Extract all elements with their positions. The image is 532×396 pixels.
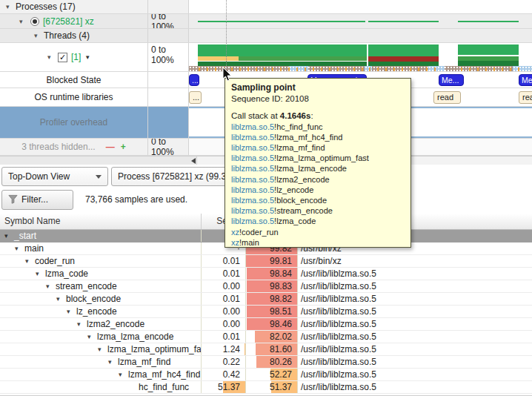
symbol-cell[interactable]: ▾lzma_lzma_encode	[0, 331, 202, 343]
tree-expand-arrow-icon[interactable]: ▾	[15, 245, 24, 252]
process-activity-line	[198, 21, 365, 22]
self-cost-cell: 0.01	[202, 255, 246, 267]
add-thread-button[interactable]: +	[121, 142, 126, 152]
table-row[interactable]: ▾lzma_code0.0198.84/usr/lib/liblzma.so.5	[0, 268, 532, 280]
thread-timeline-cell[interactable]	[189, 43, 532, 71]
tree-expand-arrow-icon[interactable]: ▾	[36, 270, 45, 277]
blocked-state-badge[interactable]: Me...	[439, 74, 464, 86]
os-runtime-badge[interactable]: read	[433, 91, 461, 104]
offcpu-blue-patch	[365, 66, 372, 71]
collapse-arrow-icon[interactable]: ▾	[19, 18, 29, 25]
table-row[interactable]: ▾lzma_lzma_optimum_fast1.2481.60/usr/lib…	[0, 343, 532, 356]
symbol-cell[interactable]: ▾lzma_code	[0, 268, 202, 280]
os-runtime-badge[interactable]: ...	[189, 91, 202, 104]
sample-tick	[493, 67, 495, 71]
self-cost-cell: 1.24	[202, 343, 246, 355]
table-row[interactable]: ▾lzma_lzma_encode0.0182.02/usr/lib/liblz…	[0, 331, 532, 343]
tree-expand-arrow-icon[interactable]: ▾	[25, 257, 35, 265]
threads-header-cell[interactable]: ▾ Threads (4)	[0, 29, 148, 42]
self-cost-cell: 0.00	[202, 306, 246, 317]
symbol-cell[interactable]: hc_find_func	[0, 381, 202, 393]
table-row[interactable]: ▾lzma2_encode0.0098.46/usr/lib/liblzma.s…	[0, 318, 532, 331]
table-row[interactable]: ▾lz_encode0.0098.51/usr/lib/liblzma.so.5	[0, 306, 532, 318]
table-row[interactable]: ▾coder_run0.0199.81/usr/bin/xz	[0, 255, 532, 268]
os-runtime-scale-cell	[148, 88, 189, 106]
self-cost-value: 0.01	[202, 255, 245, 266]
stack-frame-module: xz	[231, 228, 239, 237]
tree-expand-arrow-icon[interactable]: ▾	[46, 283, 56, 290]
symbol-cell[interactable]: ▾lz_encode	[0, 306, 202, 317]
sample-tick	[207, 67, 208, 71]
self-cost-value: 0.42	[202, 369, 245, 380]
threads-scale-cell	[148, 29, 189, 42]
sample-tick	[402, 67, 403, 71]
stack-frame-symbol: !hc_find_func	[274, 122, 322, 131]
stack-frame-module: liblzma.so.5	[231, 206, 274, 215]
tree-expand-arrow-icon[interactable]: ▾	[56, 295, 66, 303]
tree-expand-arrow-icon[interactable]: ▾	[108, 358, 118, 366]
tree-expand-arrow-icon[interactable]: ▾	[98, 346, 107, 353]
stack-frame-symbol: !lzma2_encode	[274, 175, 330, 184]
process-radio-icon[interactable]	[30, 17, 39, 26]
thread-header-cell[interactable]: ▾ ✓ [1] ▼	[0, 43, 148, 71]
os-runtime-badge[interactable]: read	[519, 91, 532, 104]
symbol-cell[interactable]: ▾lzma2_encode	[0, 318, 202, 330]
tooltip-stack-frame: liblzma.so.5!lzma_mf_hc4_find	[231, 132, 405, 142]
blocked-state-badge[interactable]: ...	[189, 74, 199, 86]
tree-expand-arrow-icon[interactable]: ▾	[77, 320, 87, 328]
symbol-cell[interactable]: ▾block_encode	[0, 293, 202, 305]
self-cost-cell: 0.42	[202, 369, 246, 380]
inclusive-cost-value: 81.60	[246, 343, 297, 354]
process-header-cell[interactable]: ▾ [6725821] xz	[0, 14, 148, 28]
sample-tick	[199, 67, 200, 71]
symbol-name: lzma_mf_find	[118, 357, 170, 367]
tree-expand-arrow-icon[interactable]: ▾	[119, 371, 128, 378]
collapse-arrow-icon[interactable]: ▾	[0, 3, 10, 10]
symbol-cell[interactable]: ▾lzma_mf_find	[0, 356, 202, 368]
symbol-cell[interactable]: ▾main	[0, 242, 202, 254]
thread-checkbox[interactable]: ✓	[58, 53, 67, 62]
binary-location: /usr/lib/liblzma.so.5	[298, 268, 532, 280]
processes-label: Processes (17)	[16, 1, 76, 12]
remove-thread-button[interactable]: —	[106, 142, 115, 152]
filter-button[interactable]: Filter...	[1, 190, 73, 210]
symbol-cell[interactable]: ▾stream_encode	[0, 280, 202, 292]
column-header-symbol[interactable]: Symbol Name	[0, 214, 202, 229]
symbol-cell[interactable]: ▾_start	[0, 230, 202, 242]
chevron-down-icon	[96, 175, 102, 179]
collapse-arrow-icon[interactable]: ▾	[34, 32, 44, 39]
table-row[interactable]: ▾stream_encode0.0098.83/usr/lib/liblzma.…	[0, 280, 532, 293]
processes-header-cell[interactable]: ▾ Processes (17)	[0, 0, 148, 13]
symbol-cell[interactable]: ▾lzma_lzma_optimum_fast	[0, 343, 202, 355]
callstack-table: ▾_start▾main·99.82/usr/bin/xz▾coder_run0…	[0, 230, 532, 394]
table-row[interactable]: hc_find_func51.3751.37/usr/lib/liblzma.s…	[0, 381, 532, 394]
view-mode-select[interactable]: Top-Down View	[1, 167, 108, 186]
thread-options-caret-icon[interactable]: ▼	[84, 54, 90, 61]
symbol-cell[interactable]: ▾lzma_mf_hc4_find	[0, 369, 202, 380]
table-row[interactable]: ▾lzma_mf_find0.2280.26/usr/lib/liblzma.s…	[0, 356, 532, 369]
stack-frame-module: liblzma.so.5	[231, 217, 274, 225]
self-cost-value: 0.01	[202, 268, 245, 279]
thread-activity-bar	[198, 56, 239, 61]
profiler-overhead-header-cell[interactable]: Profiler overhead	[0, 107, 148, 138]
binary-location: /usr/lib/liblzma.so.5	[298, 293, 532, 305]
table-row[interactable]: ▾block_encode0.0198.82/usr/lib/liblzma.s…	[0, 293, 532, 306]
tree-expand-arrow-icon[interactable]: ▾	[4, 232, 14, 240]
tree-expand-arrow-icon[interactable]: ▾	[67, 308, 76, 315]
binary-location: /usr/lib/liblzma.so.5	[298, 280, 532, 292]
thread-activity-bar	[458, 61, 519, 66]
inclusive-cost-cell: 80.26	[246, 356, 298, 368]
self-cost-cell: 0.22	[202, 356, 246, 368]
blocked-state-badge[interactable]: Me...	[519, 74, 532, 86]
scrollbar-left-arrow-icon[interactable]	[191, 158, 196, 164]
tree-expand-arrow-icon[interactable]: ▾	[87, 333, 97, 340]
process-timeline-cell[interactable]	[189, 14, 532, 28]
symbol-cell[interactable]: ▾coder_run	[0, 255, 202, 267]
collapse-arrow-icon[interactable]: ▾	[47, 53, 57, 61]
blocked-state-label: Blocked State	[0, 75, 147, 85]
sample-tick	[280, 67, 282, 71]
blocked-state-header-cell: Blocked State	[0, 72, 148, 88]
offcpu-blue-patch	[428, 66, 445, 71]
table-row[interactable]: ▾lzma_mf_hc4_find0.4252.27/usr/lib/liblz…	[0, 369, 532, 381]
sample-tick	[385, 67, 387, 71]
